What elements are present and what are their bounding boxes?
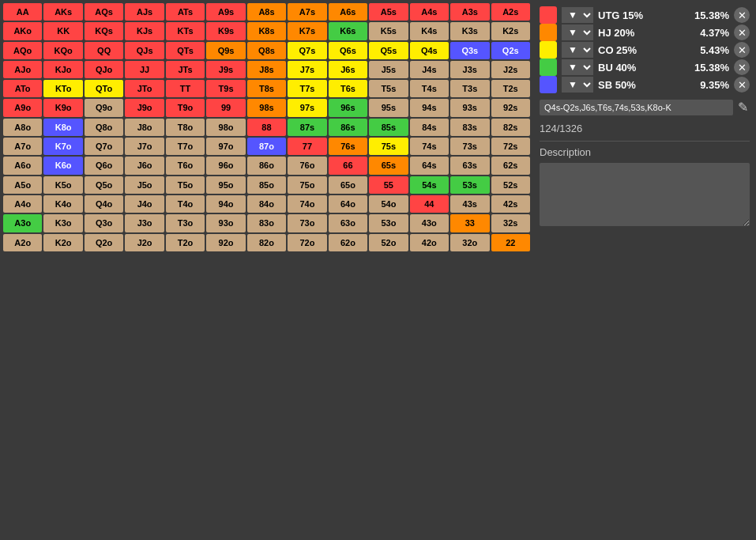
position-remove-hj[interactable]: ✕ (734, 25, 750, 40)
hand-cell-j2s[interactable]: J2s (491, 61, 530, 78)
hand-cell-q5o[interactable]: Q5o (85, 176, 123, 194)
hand-cell-92o[interactable]: 92o (206, 234, 245, 251)
hand-cell-66[interactable]: 66 (329, 157, 367, 174)
hand-cell-k3o[interactable]: K3o (43, 214, 82, 232)
hand-cell-82s[interactable]: 82s (491, 119, 530, 136)
position-remove-co[interactable]: ✕ (734, 42, 750, 58)
hand-cell-a6s[interactable]: A6s (329, 3, 367, 21)
hand-cell-62s[interactable]: 62s (491, 157, 530, 174)
hand-cell-j3s[interactable]: J3s (450, 61, 489, 78)
hand-cell-qq[interactable]: QQ (85, 42, 123, 59)
hand-cell-q2o[interactable]: Q2o (85, 234, 123, 251)
hand-cell-ako[interactable]: AKo (3, 22, 42, 40)
position-dropdown-bu[interactable]: ▼ (562, 59, 593, 75)
position-remove-bu[interactable]: ✕ (734, 59, 750, 75)
hand-cell-t5s[interactable]: T5s (369, 80, 408, 97)
hand-cell-qjo[interactable]: QJo (85, 61, 123, 78)
hand-cell-jts[interactable]: JTs (166, 61, 205, 78)
hand-cell-ats[interactable]: ATs (166, 3, 205, 21)
hand-cell-kto[interactable]: KTo (43, 80, 82, 97)
hand-cell-43s[interactable]: 43s (450, 195, 489, 213)
hand-cell-a9o[interactable]: A9o (3, 99, 42, 116)
hand-cell-99[interactable]: 99 (206, 99, 245, 116)
hand-cell-j4s[interactable]: J4s (410, 61, 449, 78)
hand-cell-86o[interactable]: 86o (247, 157, 286, 174)
hand-cell-q8o[interactable]: Q8o (85, 119, 123, 136)
hand-cell-85o[interactable]: 85o (247, 176, 286, 194)
description-textarea[interactable] (540, 163, 750, 226)
hand-cell-92s[interactable]: 92s (491, 99, 530, 116)
hand-cell-53o[interactable]: 53o (369, 214, 408, 232)
hand-cell-kjs[interactable]: KJs (125, 22, 164, 40)
hand-cell-t6o[interactable]: T6o (166, 157, 205, 174)
hand-cell-65o[interactable]: 65o (329, 176, 367, 194)
hand-cell-84o[interactable]: 84o (247, 195, 286, 213)
hand-cell-q7s[interactable]: Q7s (288, 42, 326, 59)
edit-range-button[interactable]: ✎ (736, 98, 750, 116)
hand-cell-qto[interactable]: QTo (85, 80, 123, 97)
hand-cell-52s[interactable]: 52s (491, 176, 530, 194)
hand-cell-73s[interactable]: 73s (450, 138, 489, 155)
hand-cell-k9s[interactable]: K9s (206, 22, 245, 40)
hand-cell-52o[interactable]: 52o (369, 234, 408, 251)
hand-cell-a9s[interactable]: A9s (206, 3, 245, 21)
hand-cell-t9o[interactable]: T9o (166, 99, 205, 116)
hand-cell-97s[interactable]: 97s (288, 99, 326, 116)
position-dropdown-utg[interactable]: ▼ (562, 7, 593, 23)
hand-cell-j6o[interactable]: J6o (125, 157, 164, 174)
hand-cell-74s[interactable]: 74s (410, 138, 449, 155)
hand-cell-72o[interactable]: 72o (288, 234, 326, 251)
hand-cell-ato[interactable]: ATo (3, 80, 42, 97)
hand-cell-q9s[interactable]: Q9s (206, 42, 245, 59)
hand-cell-q3o[interactable]: Q3o (85, 214, 123, 232)
hand-cell-95s[interactable]: 95s (369, 99, 408, 116)
hand-cell-k2o[interactable]: K2o (43, 234, 82, 251)
hand-cell-j5o[interactable]: J5o (125, 176, 164, 194)
hand-cell-62o[interactable]: 62o (329, 234, 367, 251)
hand-cell-a3s[interactable]: A3s (450, 3, 489, 21)
hand-cell-22[interactable]: 22 (491, 234, 530, 251)
hand-cell-a7s[interactable]: A7s (288, 3, 326, 21)
hand-cell-t4s[interactable]: T4s (410, 80, 449, 97)
hand-cell-t4o[interactable]: T4o (166, 195, 205, 213)
hand-cell-qjs[interactable]: QJs (125, 42, 164, 59)
hand-cell-a5s[interactable]: A5s (369, 3, 408, 21)
hand-cell-j2o[interactable]: J2o (125, 234, 164, 251)
hand-cell-kts[interactable]: KTs (166, 22, 205, 40)
hand-cell-93o[interactable]: 93o (206, 214, 245, 232)
hand-cell-j6s[interactable]: J6s (329, 61, 367, 78)
hand-cell-76o[interactable]: 76o (288, 157, 326, 174)
hand-cell-84s[interactable]: 84s (410, 119, 449, 136)
hand-cell-j9o[interactable]: J9o (125, 99, 164, 116)
hand-cell-a2s[interactable]: A2s (491, 3, 530, 21)
hand-cell-44[interactable]: 44 (410, 195, 449, 213)
hand-cell-t8o[interactable]: T8o (166, 119, 205, 136)
hand-cell-aqo[interactable]: AQo (3, 42, 42, 59)
hand-cell-k6s[interactable]: K6s (329, 22, 367, 40)
hand-cell-q4o[interactable]: Q4o (85, 195, 123, 213)
hand-cell-t6s[interactable]: T6s (329, 80, 367, 97)
position-dropdown-hj[interactable]: ▼ (562, 25, 593, 40)
position-dropdown-co[interactable]: ▼ (562, 42, 593, 58)
hand-cell-k9o[interactable]: K9o (43, 99, 82, 116)
hand-cell-t5o[interactable]: T5o (166, 176, 205, 194)
hand-cell-t3s[interactable]: T3s (450, 80, 489, 97)
hand-cell-j3o[interactable]: J3o (125, 214, 164, 232)
hand-cell-73o[interactable]: 73o (288, 214, 326, 232)
hand-cell-k8s[interactable]: K8s (247, 22, 286, 40)
hand-cell-63s[interactable]: 63s (450, 157, 489, 174)
hand-cell-aa[interactable]: AA (3, 3, 42, 21)
hand-cell-t2o[interactable]: T2o (166, 234, 205, 251)
hand-cell-a5o[interactable]: A5o (3, 176, 42, 194)
hand-cell-64o[interactable]: 64o (329, 195, 367, 213)
hand-cell-32o[interactable]: 32o (450, 234, 489, 251)
hand-cell-97o[interactable]: 97o (206, 138, 245, 155)
hand-cell-t3o[interactable]: T3o (166, 214, 205, 232)
hand-cell-kqs[interactable]: KQs (85, 22, 123, 40)
hand-cell-k5o[interactable]: K5o (43, 176, 82, 194)
hand-cell-t7s[interactable]: T7s (288, 80, 326, 97)
hand-cell-a4o[interactable]: A4o (3, 195, 42, 213)
hand-cell-53s[interactable]: 53s (450, 176, 489, 194)
hand-cell-k4s[interactable]: K4s (410, 22, 449, 40)
hand-cell-a2o[interactable]: A2o (3, 234, 42, 251)
